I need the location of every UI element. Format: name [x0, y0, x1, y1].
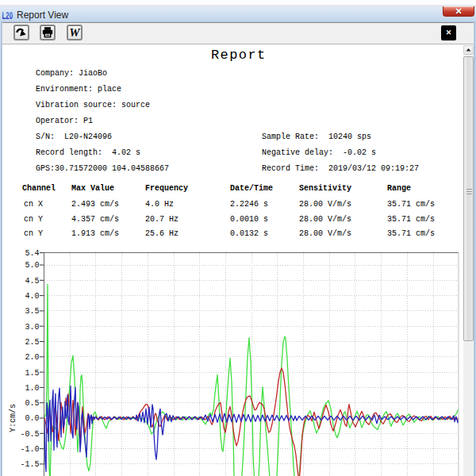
svg-text:3.0: 3.0	[25, 323, 39, 332]
svg-text:2.0: 2.0	[25, 353, 39, 362]
svg-text:0.0: 0.0	[25, 414, 39, 423]
svg-text:-1.0: -1.0	[20, 445, 39, 454]
svg-text:Y:cm/s: Y:cm/s	[9, 404, 17, 432]
svg-text:4.5: 4.5	[25, 277, 39, 286]
svg-text:W: W	[69, 26, 81, 39]
svg-text:-1.5: -1.5	[20, 460, 39, 469]
svg-text:5.4: 5.4	[25, 249, 39, 258]
svg-text:1.0: 1.0	[25, 384, 39, 393]
svg-text:-0.5: -0.5	[20, 430, 39, 439]
svg-text:1.5: 1.5	[25, 369, 39, 378]
svg-text:L20: L20	[2, 10, 13, 21]
svg-text:2.5: 2.5	[25, 338, 39, 347]
svg-text:5.0: 5.0	[25, 261, 39, 270]
svg-text:0.5: 0.5	[25, 399, 39, 408]
svg-text:3.5: 3.5	[25, 307, 39, 316]
svg-text:4.0: 4.0	[25, 292, 39, 301]
